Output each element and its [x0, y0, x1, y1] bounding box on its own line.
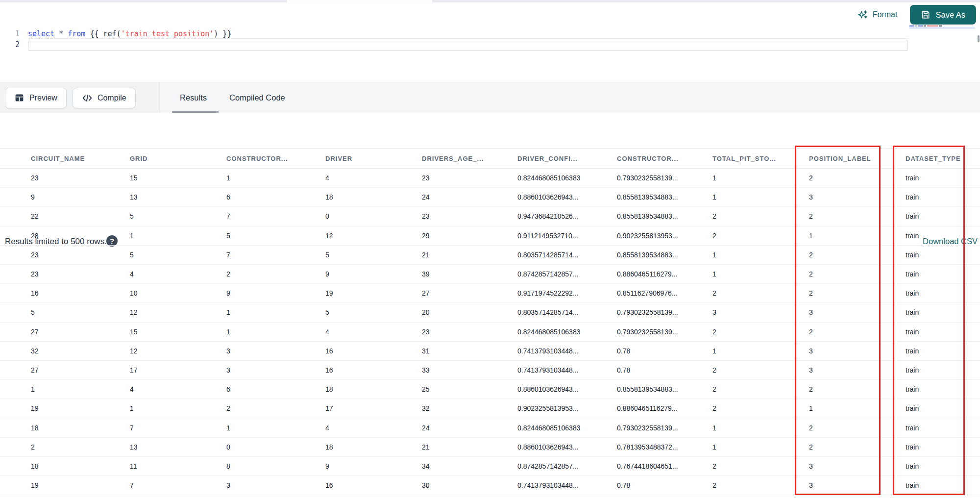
- table-cell: 2: [706, 328, 803, 336]
- table-cell: 0.78: [611, 347, 706, 355]
- table-cell: 11: [123, 462, 220, 470]
- editor-minimap[interactable]: [909, 25, 975, 30]
- table-cell: 18: [319, 443, 416, 451]
- table-cell: 0.9112149532710...: [511, 232, 611, 240]
- table-cell: 15: [123, 174, 220, 182]
- table-cell: 2: [706, 481, 803, 489]
- table-cell: 18: [319, 193, 416, 201]
- table-cell: 9: [319, 270, 416, 278]
- table-cell: 6: [220, 385, 319, 393]
- table-cell: 4: [319, 328, 416, 336]
- highlight-box-dataset-type: [893, 146, 965, 495]
- table-cell: 0: [319, 212, 416, 220]
- table-cell: 0.7413793103448...: [511, 347, 611, 355]
- table-cell: 0.7674418604651...: [611, 462, 706, 470]
- table-cell: 0.9473684210526...: [511, 212, 611, 220]
- table-cell: 5: [220, 232, 319, 240]
- table-cell: 0.9023255813953...: [611, 232, 706, 240]
- table-cell: 0.7413793103448...: [511, 366, 611, 374]
- ref-model-string: 'train_test_position': [121, 29, 214, 38]
- save-icon: [921, 10, 931, 20]
- compile-button[interactable]: Compile: [73, 88, 136, 108]
- table-cell: 34: [416, 462, 511, 470]
- save-as-label: Save As: [935, 10, 965, 20]
- table-cell: 2: [706, 462, 803, 470]
- table-cell: 16: [319, 366, 416, 374]
- table-cell: 31: [416, 347, 511, 355]
- format-label: Format: [873, 10, 898, 19]
- table-cell: 0.8860103626943...: [511, 193, 611, 201]
- table-cell: 3: [220, 481, 319, 489]
- table-cell: 0.8035714285714...: [511, 251, 611, 259]
- ref-function: ref(: [103, 29, 121, 38]
- table-cell: 16: [319, 481, 416, 489]
- table-cell: 3: [220, 347, 319, 355]
- table-cell: 33: [416, 366, 511, 374]
- line-number-2: 2: [0, 40, 20, 49]
- table-cell: 9: [24, 193, 123, 201]
- table-cell: 2: [706, 232, 803, 240]
- table-cell: 1: [24, 385, 123, 393]
- table-cell: 0.7930232558139...: [611, 328, 706, 336]
- line-number-1: 1: [0, 29, 20, 38]
- format-button[interactable]: Format: [858, 9, 898, 20]
- table-cell: 3: [220, 366, 319, 374]
- table-cell: 17: [319, 404, 416, 412]
- tab-compiled-code[interactable]: Compiled Code: [229, 93, 285, 102]
- table-cell: 0.78: [611, 481, 706, 489]
- table-cell: 1: [706, 347, 803, 355]
- table-cell: 2: [706, 366, 803, 374]
- sql-editor[interactable]: Format Save As: [0, 3, 980, 82]
- table-cell: 1: [706, 174, 803, 182]
- table-cell: 2: [706, 289, 803, 297]
- table-cell: 4: [123, 270, 220, 278]
- column-header: DRIVER: [319, 155, 416, 162]
- table-cell: 3: [706, 308, 803, 316]
- toolbar-buttons: Preview Compile: [0, 82, 160, 113]
- table-cell: 0.8860103626943...: [511, 443, 611, 451]
- table-cell: 29: [416, 232, 511, 240]
- table-cell: 19: [24, 404, 123, 412]
- editor-line-divider: [28, 38, 908, 39]
- table-cell: 0.7413793103448...: [511, 481, 611, 489]
- table-cell: 7: [123, 481, 220, 489]
- code-line-1[interactable]: select * from {{ ref('train_test_positio…: [28, 29, 231, 38]
- column-header: GRID: [123, 155, 220, 162]
- editor-scrollbar[interactable]: [978, 35, 980, 42]
- table-cell: 2: [220, 270, 319, 278]
- table-cell: 0.8860465116279...: [611, 404, 706, 412]
- table-cell: 23: [24, 270, 123, 278]
- preview-button[interactable]: Preview: [5, 88, 67, 108]
- table-cell: 7: [220, 212, 319, 220]
- table-cell: 39: [416, 270, 511, 278]
- table-cell: 0.8558139534883...: [611, 193, 706, 201]
- table-cell: 28: [24, 232, 123, 240]
- table-icon: [14, 93, 24, 103]
- table-cell: 32: [416, 404, 511, 412]
- table-cell: 25: [416, 385, 511, 393]
- table-cell: 0.9171974522292...: [511, 289, 611, 297]
- table-cell: 13: [123, 193, 220, 201]
- table-cell: 4: [319, 174, 416, 182]
- table-cell: 0.8742857142857...: [511, 270, 611, 278]
- table-cell: 13: [123, 443, 220, 451]
- active-line-box[interactable]: [28, 40, 908, 51]
- table-cell: 18: [319, 385, 416, 393]
- table-cell: 1: [706, 193, 803, 201]
- tab-results[interactable]: Results: [180, 93, 207, 102]
- table-cell: 0.8035714285714...: [511, 308, 611, 316]
- table-cell: 12: [123, 347, 220, 355]
- compile-label: Compile: [98, 94, 126, 102]
- table-cell: 7: [220, 251, 319, 259]
- table-cell: 32: [24, 347, 123, 355]
- table-cell: 0.824468085106383: [511, 328, 611, 336]
- save-as-button[interactable]: Save As: [910, 5, 976, 25]
- table-cell: 1: [123, 232, 220, 240]
- preview-label: Preview: [29, 94, 57, 102]
- table-cell: 12: [123, 308, 220, 316]
- table-cell: 27: [24, 328, 123, 336]
- table-cell: 15: [123, 328, 220, 336]
- column-header: CONSTRUCTOR...: [220, 155, 319, 162]
- table-cell: 0.9023255813953...: [511, 404, 611, 412]
- highlight-box-position-label: [795, 146, 881, 495]
